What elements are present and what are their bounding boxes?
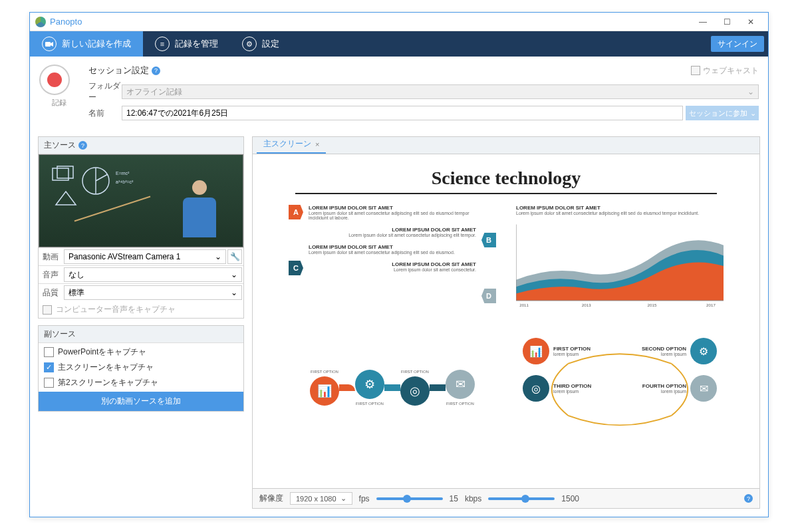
badge-d-icon: D xyxy=(481,289,496,303)
slide-divider xyxy=(295,193,717,194)
chevron-down-icon: ⌄ xyxy=(747,87,754,96)
audio-select[interactable]: なし ⌄ xyxy=(64,267,242,282)
signin-button[interactable]: サインイン xyxy=(711,36,764,52)
titlebar: Panopto — ☐ ✕ xyxy=(30,13,768,31)
video-select[interactable]: Panasonic AVStream Camera 1 ⌄ xyxy=(64,249,226,264)
flow-node-icon: ⚙ xyxy=(355,370,384,399)
badge-b-icon: B xyxy=(481,233,496,247)
kbps-slider[interactable] xyxy=(488,497,555,500)
folder-value: オフライン記録 xyxy=(126,86,182,98)
status-help-icon[interactable]: ? xyxy=(744,494,753,503)
app-window: Panopto — ☐ ✕ 新しい記録を作成 ≡ 記録を管理 ⚙ 設定 サインイ… xyxy=(29,12,769,517)
primary-help-icon[interactable]: ? xyxy=(78,141,87,150)
screen-preview: Science technology A B C D LOREM IPSUM D… xyxy=(253,154,759,488)
webcast-label: ウェブキャスト xyxy=(703,65,759,76)
svg-text:2017: 2017 xyxy=(706,303,716,307)
folder-label: フォルダー xyxy=(88,80,122,103)
settings-button[interactable]: ⚙ 設定 xyxy=(230,31,291,57)
record-button[interactable] xyxy=(39,65,70,95)
folder-select[interactable]: オフライン記録 ⌄ xyxy=(122,84,759,99)
resolution-select[interactable]: 1920 x 1080 ⌄ xyxy=(290,492,352,505)
webcast-checkbox[interactable] xyxy=(691,66,700,75)
option-icon: ✉ xyxy=(690,375,717,402)
option-icon: 📊 xyxy=(523,338,549,364)
name-value: 12:06:47での2021年6月25日 xyxy=(126,108,228,119)
minimize-button[interactable]: — xyxy=(691,15,715,29)
kbps-value: 1500 xyxy=(561,494,579,503)
svg-text:a²+b²=c²: a²+b²=c² xyxy=(116,180,134,184)
new-recording-label: 新しい記録を作成 xyxy=(62,38,131,50)
app-logo-icon xyxy=(35,17,46,27)
chevron-down-icon: ⌄ xyxy=(750,109,756,118)
audio-label: 音声 xyxy=(39,269,63,281)
gear-icon: ⚙ xyxy=(242,37,257,51)
capture-screen2-row[interactable]: 第2スクリーンをキャプチャ xyxy=(39,375,243,390)
record-label: 記録 xyxy=(39,98,79,108)
camera-icon xyxy=(42,37,57,51)
slide-quadrant-chart: LOREM IPSUM DOLOR SIT AMETLorem ipsum do… xyxy=(516,205,724,318)
fps-value: 15 xyxy=(450,494,458,503)
chevron-down-icon: ⌄ xyxy=(340,494,346,503)
record-icon xyxy=(47,72,62,87)
area-chart: 2011 2013 2015 2017 xyxy=(516,219,724,313)
chevron-down-icon: ⌄ xyxy=(215,252,221,261)
capture-main-screen-checkbox[interactable]: ✓ xyxy=(44,362,54,372)
capture-main-screen-row[interactable]: ✓ 主スクリーンをキャプチャ xyxy=(39,360,243,375)
capture-powerpoint-checkbox[interactable] xyxy=(44,347,54,357)
fps-label: fps xyxy=(359,494,370,503)
settings-label: 設定 xyxy=(262,38,279,50)
slide-quadrant-options: 📊FIRST OPTIONlorem ipsum ⚙SECOND OPTIONl… xyxy=(516,331,724,444)
secondary-source-header: 副ソース xyxy=(44,329,76,340)
quality-select[interactable]: 標準 ⌄ xyxy=(64,285,242,300)
slide-quadrant-bullets: A B C D LOREM IPSUM DOLOR SIT AMETLorem … xyxy=(289,205,496,318)
capture-statusbar: 解像度 1920 x 1080 ⌄ fps 15 kbps 1500 ? xyxy=(253,488,759,508)
svg-text:E=mc²: E=mc² xyxy=(116,171,130,176)
flow-node-icon: 📊 xyxy=(310,376,339,406)
video-settings-button[interactable]: 🔧 xyxy=(227,249,242,264)
svg-text:2015: 2015 xyxy=(648,303,657,307)
svg-line-5 xyxy=(96,174,108,181)
session-help-icon[interactable]: ? xyxy=(152,66,160,75)
badge-c-icon: C xyxy=(289,261,303,275)
svg-text:2013: 2013 xyxy=(582,303,591,307)
main-screen-tab[interactable]: 主スクリーン × xyxy=(257,136,326,154)
capture-computer-audio-checkbox[interactable] xyxy=(43,305,52,315)
svg-text:2011: 2011 xyxy=(519,303,529,307)
capture-screen2-checkbox[interactable] xyxy=(44,378,54,388)
slide-quadrant-flow: FIRST OPTION📊 ⚙FIRST OPTION FIRST OPTION… xyxy=(289,331,496,444)
kbps-label: kbps xyxy=(465,494,481,503)
capture-tabs: 主スクリーン × xyxy=(253,137,759,154)
main-toolbar: 新しい記録を作成 ≡ 記録を管理 ⚙ 設定 サインイン xyxy=(30,31,768,57)
capture-powerpoint-row[interactable]: PowerPointをキャプチャ xyxy=(39,344,243,360)
badge-a-icon: A xyxy=(289,205,303,219)
maximize-button[interactable]: ☐ xyxy=(715,15,739,29)
secondary-source-panel: 副ソース PowerPointをキャプチャ ✓ 主スクリーンをキャプチャ 第2ス… xyxy=(38,325,244,412)
add-video-source-button[interactable]: 別の動画ソースを追加 xyxy=(39,392,243,411)
name-label: 名前 xyxy=(88,108,122,119)
primary-source-header: 主ソース xyxy=(44,140,76,151)
video-label: 動画 xyxy=(39,251,63,263)
resolution-label: 解像度 xyxy=(259,493,283,504)
flow-node-icon: ◎ xyxy=(400,376,430,406)
fps-slider[interactable] xyxy=(376,497,443,500)
chevron-down-icon: ⌄ xyxy=(231,270,237,279)
option-icon: ◎ xyxy=(523,375,549,402)
quality-label: 品質 xyxy=(39,287,63,299)
session-settings-header: セッション設定 xyxy=(88,65,149,76)
app-title: Panopto xyxy=(50,17,82,27)
chevron-down-icon: ⌄ xyxy=(231,288,237,297)
close-button[interactable]: ✕ xyxy=(739,15,763,29)
slide-title: Science technology xyxy=(269,168,743,189)
new-recording-button[interactable]: 新しい記録を作成 xyxy=(30,31,143,57)
manage-recordings-button[interactable]: ≡ 記録を管理 xyxy=(143,31,230,57)
close-tab-icon[interactable]: × xyxy=(315,140,319,148)
list-icon: ≡ xyxy=(155,37,170,51)
screen-capture-panel: 主スクリーン × Science technology A B C D LORE… xyxy=(252,136,760,509)
wrench-icon: 🔧 xyxy=(230,252,240,261)
svg-rect-0 xyxy=(45,42,51,47)
manage-label: 記録を管理 xyxy=(175,38,218,50)
name-input[interactable]: 12:06:47での2021年6月25日 xyxy=(122,106,683,120)
capture-computer-audio-label: コンピューター音声をキャプチャ xyxy=(56,304,176,315)
flow-node-icon: ✉ xyxy=(446,370,475,399)
join-session-button[interactable]: セッションに参加 ⌄ xyxy=(686,106,759,120)
